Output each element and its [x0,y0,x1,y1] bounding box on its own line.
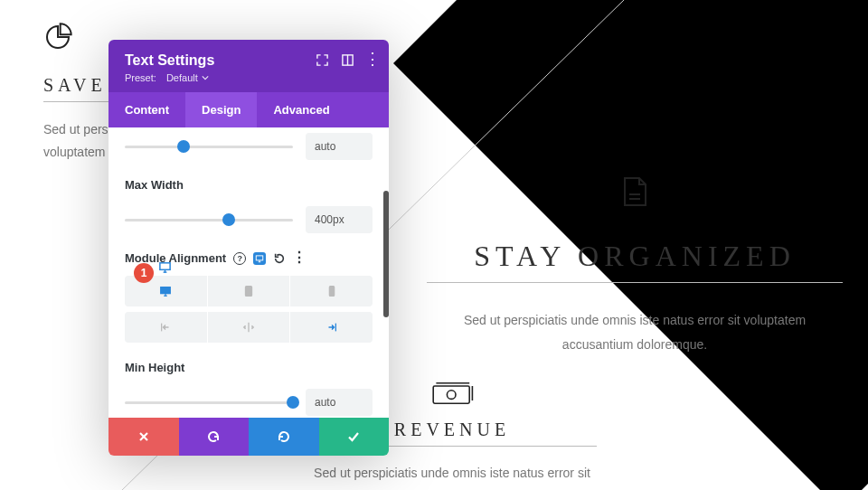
reset-icon[interactable] [273,252,286,265]
width-input[interactable] [306,133,373,160]
responsive-desktop-icon[interactable] [253,252,266,265]
annotation-badge-1: 1 [134,263,154,283]
document-icon [622,176,647,207]
max-width-input[interactable] [306,206,373,233]
svg-rect-10 [161,287,171,294]
pie-chart-icon [43,23,72,52]
cancel-button[interactable] [108,418,179,456]
svg-rect-3 [433,386,469,403]
svg-rect-7 [256,255,263,259]
columns-icon[interactable] [340,52,354,67]
more-options-icon[interactable]: ⋮ [293,252,306,265]
revenue-text: Sed ut perspiciatis unde omnis iste natu… [307,461,597,490]
device-tablet[interactable] [207,276,290,306]
min-height-input[interactable] [306,389,373,416]
svg-rect-20 [160,263,170,270]
annotation-desktop-icon [158,260,172,278]
stay-text: Sed ut perspiciatis unde omnis iste natu… [427,308,843,356]
preset-selector[interactable]: Preset: Default [125,72,209,83]
max-width-label: Max Width [125,178,373,192]
min-height-slider[interactable] [125,401,293,404]
more-icon[interactable]: ⋮ [365,52,380,67]
money-icon [430,380,474,407]
align-right[interactable] [289,312,373,343]
svg-point-4 [447,391,456,400]
device-phone[interactable] [289,276,373,306]
stay-heading: STAY ORGANIZED [427,240,843,283]
panel-header[interactable]: Text Settings Preset: Default ⋮ [108,40,389,92]
undo-button[interactable] [179,418,250,456]
max-width-slider[interactable] [125,219,293,221]
svg-rect-13 [246,287,252,297]
panel-footer [108,418,389,456]
save-button[interactable] [319,418,390,456]
text-settings-panel: Text Settings Preset: Default ⋮ Content … [108,40,389,456]
device-toggle [125,276,373,306]
help-icon[interactable]: ? [233,252,246,265]
align-center[interactable] [207,312,290,343]
tab-content[interactable]: Content [108,92,185,127]
redo-button[interactable] [249,418,319,456]
panel-tabs: Content Design Advanced [108,92,389,127]
alignment-toggle [125,312,373,343]
align-left[interactable] [125,312,207,343]
tab-advanced[interactable]: Advanced [257,92,345,127]
width-slider[interactable] [125,146,293,148]
svg-rect-14 [329,287,334,297]
min-height-label: Min Height [125,361,373,374]
tab-design[interactable]: Design [185,92,257,127]
expand-icon[interactable] [315,52,329,67]
